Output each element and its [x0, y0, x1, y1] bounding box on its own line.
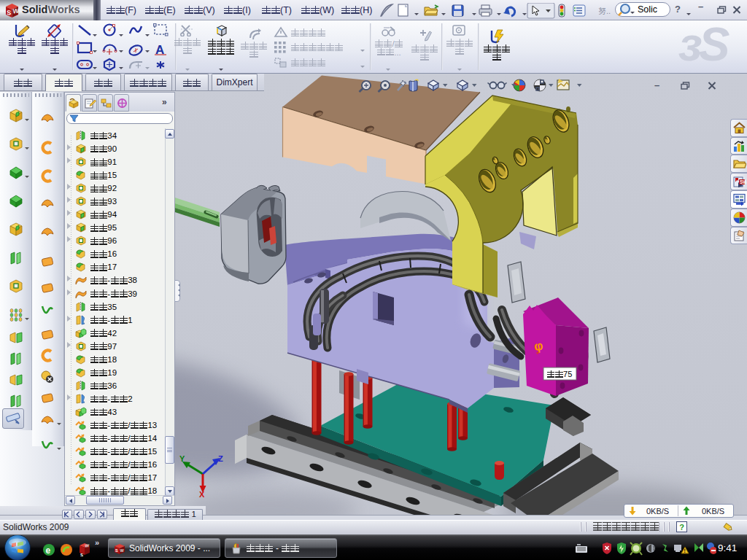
svg-text:W: W	[85, 543, 90, 548]
svg-text:!: !	[684, 548, 686, 553]
svg-text:W: W	[13, 7, 20, 15]
svg-text:S: S	[7, 9, 11, 16]
svg-text:X: X	[199, 490, 205, 499]
svg-text:SW: SW	[740, 179, 746, 184]
svg-text:Y: Y	[179, 454, 185, 463]
svg-text:努..: 努..	[598, 7, 611, 15]
svg-text:Z: Z	[218, 454, 223, 463]
svg-text:S: S	[80, 553, 83, 557]
svg-text:e: e	[46, 545, 51, 556]
svg-text:W: W	[120, 548, 125, 553]
svg-text:S: S	[115, 548, 118, 553]
